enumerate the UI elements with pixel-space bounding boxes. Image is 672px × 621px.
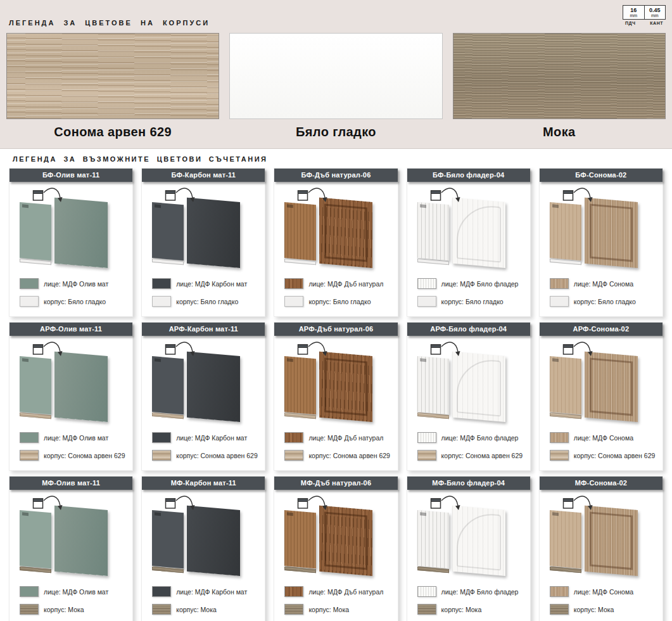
body-color-swatch	[152, 450, 171, 461]
edge-detail-icon	[297, 337, 330, 365]
combo-illustration	[10, 336, 132, 432]
combo-illustration	[540, 336, 662, 432]
body-color-swatch	[20, 604, 39, 615]
body-legend-row: корпус: Бяло гладко	[20, 296, 132, 307]
face-color-swatch	[20, 432, 39, 443]
face-legend-row: лице: МДФ Бяло фладер	[417, 586, 530, 597]
combo-card-title: БФ-Бяло фладер-04	[407, 169, 530, 182]
face-legend-label: лице: МДФ Сонома	[574, 434, 633, 442]
edge-labels: ПДЧ КАНТ	[623, 20, 666, 25]
face-legend-row: лице: МДФ Карбон мат	[152, 586, 265, 597]
body-legend-label: корпус: Сонома арвен 629	[176, 452, 258, 459]
combo-card-title: АРФ-Бяло фладер-04	[407, 323, 530, 336]
face-legend-label: лице: МДФ Сонома	[574, 280, 633, 288]
board-thickness-value: 16	[630, 7, 637, 13]
combo-illustration	[142, 182, 265, 278]
face-legend-label: лице: МДФ Карбон мат	[176, 434, 247, 442]
edge-detail-icon	[562, 491, 595, 519]
body-legend-label: корпус: Бяло гладко	[574, 298, 636, 305]
face-legend-row: лице: МДФ Бяло фладер	[417, 432, 530, 443]
body-legend-row: корпус: Бяло гладко	[417, 296, 530, 307]
face-legend-row: лице: МДФ Сонома	[550, 432, 662, 443]
body-legend-label: корпус: Сонома арвен 629	[44, 452, 125, 459]
face-legend-label: лице: МДФ Бяло фладер	[441, 280, 519, 288]
face-legend-row: лице: МДФ Карбон мат	[152, 432, 265, 443]
corpus-colors-row: Сонома арвен 629 Бяло гладко Мока	[6, 33, 666, 139]
face-legend-label: лице: МДФ Дъб натурал	[308, 280, 383, 288]
edge-detail-icon	[32, 491, 65, 519]
combo-illustration	[274, 336, 397, 432]
combinations-section-title: ЛЕГЕНДА ЗА ВЪЗМОЖНИТЕ ЦВЕТОВИ СЪЧЕТАНИЯ	[13, 155, 663, 163]
corpus-strip	[550, 567, 581, 573]
corpus-strip	[20, 259, 51, 265]
combo-illustration	[407, 490, 530, 586]
face-color-swatch	[417, 432, 436, 443]
combo-card-title: БФ-Дъб натурал-06	[274, 169, 397, 182]
face-legend-row: лице: МДФ Дъб натурал	[284, 278, 397, 289]
edge-detail-icon	[430, 183, 463, 211]
corpus-color-swatch	[229, 33, 442, 119]
combinations-section: ЛЕГЕНДА ЗА ВЪЗМОЖНИТЕ ЦВЕТОВИ СЪЧЕТАНИЯ …	[0, 149, 672, 621]
face-legend-row: лице: МДФ Карбон мат	[152, 278, 265, 289]
face-color-swatch	[284, 278, 303, 289]
combo-illustration	[142, 336, 265, 432]
corpus-color-swatch	[453, 33, 666, 119]
corpus-strip	[20, 567, 51, 573]
body-color-swatch	[284, 604, 303, 615]
body-legend-row: корпус: Сонома арвен 629	[417, 450, 530, 461]
combo-card-title: МФ-Бяло фладер-04	[407, 477, 530, 490]
combo-card: БФ-Олив мат-11 лице: МДФ Олив мат корпус…	[9, 168, 133, 317]
combo-card-title: АРФ-Карбон мат-11	[142, 323, 265, 336]
body-legend-label: корпус: Сонома арвен 629	[574, 452, 656, 459]
corpus-colors-section: 16 mm 0.45 mm ПДЧ КАНТ ЛЕГЕНДА ЗА ЦВЕТОВ…	[0, 0, 672, 149]
edge-detail-icon	[562, 183, 595, 211]
face-legend-row: лице: МДФ Олив мат	[20, 586, 132, 597]
combo-illustration	[407, 336, 530, 432]
face-color-swatch	[152, 432, 171, 443]
body-legend-row: корпус: Мока	[20, 604, 132, 615]
combo-card-title: МФ-Карбон мат-11	[142, 477, 265, 490]
combo-card: АРФ-Карбон мат-11 лице: МДФ Карбон мат к…	[141, 322, 265, 471]
corpus-color-item: Бяло гладко	[229, 33, 442, 139]
face-legend-label: лице: МДФ Олив мат	[44, 434, 108, 442]
body-color-swatch	[417, 296, 436, 307]
combo-grid: БФ-Олив мат-11 лице: МДФ Олив мат корпус…	[9, 168, 663, 621]
combo-card: АРФ-Дъб натурал-06 лице: МДФ Дъб натурал…	[274, 322, 398, 471]
corpus-color-name: Бяло гладко	[229, 125, 442, 139]
corpus-section-title: ЛЕГЕНДА ЗА ЦВЕТОВЕ НА КОРПУСИ	[9, 19, 666, 27]
body-legend-row: корпус: Мока	[284, 604, 397, 615]
board-thickness: 16 mm	[623, 6, 644, 19]
face-legend-label: лице: МДФ Олив мат	[44, 280, 108, 288]
corpus-color-name: Сонома арвен 629	[6, 125, 219, 139]
face-legend-row: лице: МДФ Сонома	[550, 278, 662, 289]
body-legend-row: корпус: Сонома арвен 629	[152, 450, 265, 461]
edge-band-unit: mm	[651, 13, 659, 18]
body-legend-label: корпус: Бяло гладко	[308, 298, 371, 305]
corpus-strip	[284, 413, 316, 419]
edge-detail-icon	[32, 337, 65, 365]
body-legend-row: корпус: Бяло гладко	[152, 296, 265, 307]
combo-card-title: АРФ-Дъб натурал-06	[274, 323, 397, 336]
combo-card: МФ-Олив мат-11 лице: МДФ Олив мат корпус…	[9, 476, 133, 621]
combo-card: МФ-Дъб натурал-06 лице: МДФ Дъб натурал …	[274, 476, 398, 621]
body-legend-row: корпус: Сонома арвен 629	[20, 450, 132, 461]
body-legend-row: корпус: Бяло гладко	[284, 296, 397, 307]
board-material-label: ПДЧ	[625, 21, 635, 25]
combo-card: АРФ-Сонома-02 лице: МДФ Сонома корпус: С…	[539, 322, 663, 471]
face-legend-label: лице: МДФ Бяло фладер	[441, 434, 519, 442]
face-legend-row: лице: МДФ Сонома	[550, 586, 662, 597]
face-color-swatch	[550, 586, 569, 597]
corpus-strip	[417, 567, 449, 573]
combo-illustration	[274, 490, 397, 586]
combo-illustration	[10, 182, 132, 278]
body-color-swatch	[550, 604, 569, 615]
body-legend-row: корпус: Бяло гладко	[550, 296, 662, 307]
combo-card-title: БФ-Карбон мат-11	[142, 169, 265, 182]
combo-illustration	[142, 490, 265, 586]
board-thickness-unit: mm	[630, 13, 637, 18]
combo-card: АРФ-Бяло фладер-04 лице: МДФ Бяло фладер…	[407, 322, 531, 471]
combo-card: АРФ-Олив мат-11 лице: МДФ Олив мат корпу…	[9, 322, 133, 471]
face-color-swatch	[152, 586, 171, 597]
face-legend-label: лице: МДФ Олив мат	[44, 588, 108, 596]
face-legend-label: лице: МДФ Дъб натурал	[308, 588, 383, 596]
